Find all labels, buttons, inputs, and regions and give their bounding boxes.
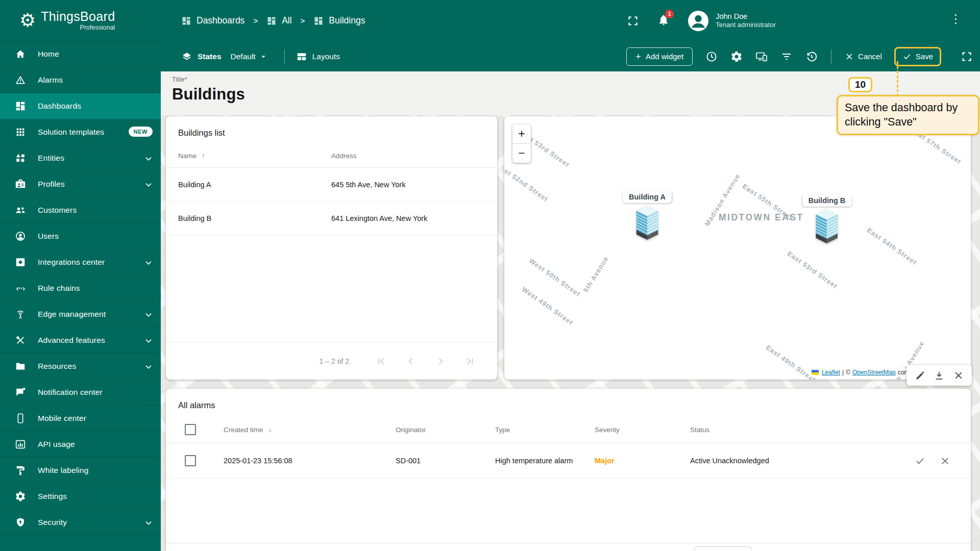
sidebar-item-advanced-features[interactable]: Advanced features <box>0 328 161 354</box>
edge-icon <box>15 309 26 320</box>
state-select[interactable]: Default <box>231 52 273 61</box>
remove-widget-icon[interactable] <box>953 370 964 381</box>
cell-address: 645 5th Ave, New York <box>331 181 485 189</box>
dashboard-toolbar: States Default Layouts + Add widget <box>161 41 980 71</box>
sidebar-item-white-labeling[interactable]: White labeling <box>0 458 161 484</box>
dashboard-settings-button[interactable] <box>730 50 743 63</box>
select-all-checkbox[interactable] <box>185 424 196 435</box>
map-marker-building-b[interactable]: Building B <box>802 194 852 250</box>
callout-tooltip: Save the dashboard by clicking "Save" <box>837 95 979 135</box>
marker-label: Building B <box>802 194 852 207</box>
next-page-button[interactable] <box>426 356 455 367</box>
sidebar-item-solution-templates[interactable]: Solution templatesNEW <box>0 119 161 145</box>
sidebar-item-rule-chains[interactable]: ‹··›Rule chains <box>0 276 161 302</box>
add-widget-label: Add widget <box>646 52 683 61</box>
edit-widget-icon[interactable] <box>915 370 926 381</box>
notifications-button[interactable]: 1 <box>657 14 670 28</box>
column-header-created-time[interactable]: Created time <box>224 426 263 434</box>
dashboard-settings-icon <box>730 51 743 63</box>
table-row[interactable]: Building A645 5th Ave, New York <box>166 168 497 202</box>
sidebar-item-alarms[interactable]: Alarms <box>0 67 161 93</box>
column-header-name[interactable]: Name <box>178 152 197 160</box>
breadcrumb-item-dashboards[interactable]: Dashboards <box>181 15 244 26</box>
sidebar-item-label: Profiles <box>38 180 65 189</box>
toolbar-fullscreen-icon[interactable] <box>961 51 973 63</box>
sidebar-item-dashboards[interactable]: Dashboards <box>0 93 161 119</box>
brand-edition: Professional <box>41 24 115 31</box>
download-widget-icon[interactable] <box>934 370 945 381</box>
sidebar-item-home[interactable]: Home <box>0 41 161 67</box>
alarm-row[interactable]: 2025-01-23 15:56:08SD-001High temperatur… <box>166 443 971 479</box>
chevron-down-icon <box>143 517 154 529</box>
white-labeling-icon <box>15 465 26 476</box>
sort-asc-icon: ↑ <box>202 152 205 160</box>
dashboards-icon <box>181 16 191 26</box>
sidebar-item-customers[interactable]: Customers <box>0 197 161 223</box>
column-header-status[interactable]: Status <box>690 426 899 434</box>
fullscreen-icon[interactable] <box>627 15 639 27</box>
add-widget-button[interactable]: + Add widget <box>626 47 693 66</box>
last-page-button[interactable] <box>455 356 485 367</box>
sidebar-item-mobile-center[interactable]: Mobile center <box>0 406 161 432</box>
sort-desc-icon: ↓ <box>268 425 272 434</box>
cell-created-time: 2025-01-23 15:56:08 <box>224 457 396 465</box>
filters-icon <box>780 51 793 63</box>
sidebar-item-security[interactable]: Security <box>0 510 161 536</box>
openstreetmap-link[interactable]: OpenStreetMap <box>852 369 896 376</box>
breadcrumb-item-buildings[interactable]: Buildings <box>313 15 365 26</box>
cancel-button[interactable]: Cancel <box>845 52 882 61</box>
map-marker-building-a[interactable]: Building A <box>623 191 672 246</box>
sidebar-item-profiles[interactable]: Profiles <box>0 171 161 197</box>
sidebar-item-users[interactable]: Users <box>0 223 161 249</box>
acknowledge-alarm-icon[interactable] <box>915 456 925 466</box>
version-control-button[interactable] <box>805 50 818 63</box>
sidebar-item-resources[interactable]: Resources <box>0 354 161 380</box>
zoom-in-button[interactable]: + <box>512 124 531 143</box>
sidebar-item-label: Resources <box>38 362 76 371</box>
callout-step-number: 10 <box>848 77 872 92</box>
sidebar-item-label: Users <box>38 232 59 241</box>
map-area-label: MIDTOWN EAST <box>719 212 804 223</box>
layouts-button[interactable]: Layouts <box>312 52 340 61</box>
sidebar-item-integrations-center[interactable]: Integrations center <box>0 249 161 276</box>
column-header-address[interactable]: Address <box>331 152 485 160</box>
sidebar-item-notification-center[interactable]: Notification center <box>0 380 161 406</box>
column-header-originator[interactable]: Originator <box>396 426 495 434</box>
thingsboard-logo-icon: ⚙ <box>19 11 36 30</box>
save-button[interactable]: Save <box>902 52 933 61</box>
column-header-type[interactable]: Type <box>495 426 595 434</box>
street-label: East 54th Street <box>866 226 919 266</box>
app-logo[interactable]: ⚙ ThingsBoard Professional <box>0 0 161 41</box>
clear-alarm-icon[interactable] <box>940 456 950 466</box>
table-row[interactable]: Building B641 Lexington Ave, New York <box>166 202 497 235</box>
thingsboard-app: ⚙ ThingsBoard Professional HomeAlarmsDas… <box>0 0 980 551</box>
entity-aliases-button[interactable] <box>755 50 768 63</box>
row-checkbox[interactable] <box>185 455 196 466</box>
time-window-button[interactable] <box>705 50 718 63</box>
prev-page-button[interactable] <box>396 356 426 367</box>
breadcrumb-item-all[interactable]: All <box>266 15 291 26</box>
entities-icon <box>15 153 26 164</box>
home-icon <box>15 48 26 60</box>
sidebar-item-api-usage[interactable]: API usage <box>0 432 161 458</box>
pagination-range: 1 – 2 of 2 <box>320 357 349 365</box>
avatar[interactable] <box>688 11 708 31</box>
chevron-down-icon <box>143 309 154 320</box>
users-icon <box>15 231 26 242</box>
street-label: 5th Avenue <box>582 255 610 294</box>
filters-button[interactable] <box>780 50 793 63</box>
user-menu[interactable]: John Doe Tenant administrator <box>716 12 776 30</box>
leaflet-link[interactable]: Leaflet <box>822 369 840 376</box>
column-header-severity[interactable]: Severity <box>595 426 690 434</box>
dashboards-icon <box>313 16 324 26</box>
first-page-button[interactable] <box>366 356 396 367</box>
sidebar-item-entities[interactable]: Entities <box>0 145 161 171</box>
zoom-out-button[interactable]: − <box>512 143 531 163</box>
last-page-icon <box>464 356 476 367</box>
table-header-row: Name↑ Address <box>166 144 497 168</box>
sidebar-item-settings[interactable]: Settings <box>0 484 161 510</box>
more-menu-icon[interactable]: ⋮ <box>950 13 962 25</box>
rows-per-page-select[interactable] <box>694 546 751 551</box>
notification-icon <box>15 387 26 398</box>
sidebar-item-edge-management[interactable]: Edge management <box>0 302 161 328</box>
